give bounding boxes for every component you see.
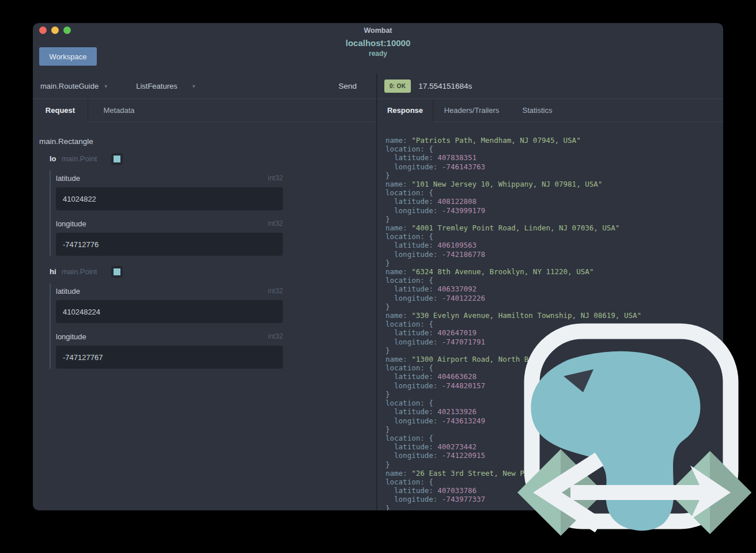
response-panel: 0: OK 17.554151684s Response Headers/Tra… [377, 74, 723, 510]
response-line: longitude: -742186778 [385, 250, 723, 259]
checkbox-lo[interactable] [111, 153, 123, 165]
duration-label: 17.554151684s [418, 82, 472, 90]
traffic-lights [39, 26, 71, 34]
service-row: main.RouteGuide ▾ ListFeatures ▾ Send [33, 74, 376, 99]
tabbar-filler [150, 99, 376, 122]
response-line: longitude: -746143763 [385, 162, 723, 171]
response-line: name: "4001 Tremley Point Road, Linden, … [385, 224, 723, 232]
response-line: location: { [385, 320, 723, 328]
indent-guide [50, 283, 51, 369]
response-line: } [385, 302, 723, 311]
response-line: location: { [385, 232, 723, 241]
response-line: name: "101 New Jersey 10, Whippany, NJ 0… [385, 180, 723, 188]
response-line: latitude: 404663628 [385, 372, 723, 381]
host-address: localhost:10000 [33, 38, 723, 48]
field-type: int32 [268, 332, 283, 341]
message-type-label: main.Rectangle [39, 137, 93, 146]
request-form: main.Rectangle lo main.Point latitude in… [33, 122, 376, 510]
lo-latitude-input[interactable] [56, 187, 283, 210]
checkbox-check-icon [114, 156, 120, 162]
response-line: latitude: 406109563 [385, 241, 723, 249]
group-name-lo: lo [50, 154, 56, 163]
connection-status: ready [33, 50, 723, 58]
app-window: Wombat Workspace localhost:10000 ready m… [33, 23, 723, 510]
response-line: } [385, 390, 723, 399]
response-line: latitude: 402133926 [385, 407, 723, 416]
close-button[interactable] [39, 26, 47, 34]
response-line: latitude: 408122808 [385, 197, 723, 206]
field-label: longitude [56, 219, 86, 228]
response-line: longitude: -744820157 [385, 381, 723, 390]
response-line: latitude: 406337092 [385, 285, 723, 293]
service-select[interactable]: main.RouteGuide ▾ [40, 82, 107, 90]
response-line: longitude: -743999179 [385, 206, 723, 215]
field-label: latitude [56, 174, 80, 183]
field-label-row: latitude int32 [56, 174, 283, 183]
field-label-row: longitude int32 [56, 219, 283, 228]
request-panel: main.RouteGuide ▾ ListFeatures ▾ Send Re… [33, 74, 377, 510]
response-line: location: { [385, 434, 723, 442]
field-label: latitude [56, 287, 80, 296]
response-output[interactable]: name: "Patriots Path, Mendham, NJ 07945,… [377, 122, 723, 510]
group-type-hi: main.Point [62, 267, 97, 276]
field-type: int32 [268, 287, 283, 296]
response-line: } [385, 460, 723, 469]
response-line: } [385, 346, 723, 355]
response-line: name: "Patriots Path, Mendham, NJ 07945,… [385, 136, 723, 145]
service-select-label: main.RouteGuide [40, 82, 99, 90]
response-line: latitude: 407033786 [385, 486, 723, 495]
response-line: location: { [385, 145, 723, 153]
response-line: longitude: -743613249 [385, 416, 723, 425]
response-line: latitude: 407838351 [385, 153, 723, 162]
response-line: location: { [385, 188, 723, 197]
field-label: longitude [56, 332, 86, 341]
indent-guide [50, 171, 51, 256]
hi-longitude-input[interactable] [56, 346, 283, 369]
field-type: int32 [268, 219, 283, 228]
method-select[interactable]: ListFeatures ▾ [136, 82, 195, 90]
response-line: location: { [385, 276, 723, 285]
hi-latitude-input[interactable] [56, 300, 283, 323]
tab-request[interactable]: Request [33, 99, 88, 122]
response-line: location: { [385, 363, 723, 372]
zoom-button[interactable] [63, 26, 71, 34]
response-line: } [385, 504, 723, 510]
response-line: } [385, 259, 723, 267]
tab-metadata[interactable]: Metadata [88, 99, 150, 122]
tab-statistics[interactable]: Statistics [510, 99, 565, 122]
method-select-label: ListFeatures [136, 82, 177, 90]
response-line: name: "6324 8th Avenue, Brooklyn, NY 112… [385, 267, 723, 276]
group-name-hi: hi [50, 267, 56, 276]
group-type-lo: main.Point [62, 154, 97, 163]
request-tabs: Request Metadata [33, 99, 376, 122]
response-line: name: "26 East 3rd Street, New Providenc… [385, 469, 723, 478]
response-line: } [385, 425, 723, 434]
screen: Wombat Workspace localhost:10000 ready m… [0, 0, 756, 553]
response-tabs: Response Headers/Trailers Statistics [377, 99, 723, 122]
chevron-down-icon: ▾ [192, 83, 195, 89]
checkbox-hi[interactable] [111, 266, 123, 278]
send-button[interactable]: Send [338, 82, 357, 90]
response-line: latitude: 402647019 [385, 328, 723, 337]
titlebar: Wombat [33, 23, 723, 37]
tabbar-filler [565, 99, 723, 122]
response-line: longitude: -747071791 [385, 338, 723, 346]
lo-longitude-input[interactable] [56, 233, 283, 256]
app-header: Workspace localhost:10000 ready [33, 37, 723, 74]
chevron-down-icon: ▾ [104, 83, 107, 89]
field-label-row: longitude int32 [56, 332, 283, 341]
response-status-row: 0: OK 17.554151684s [377, 74, 723, 99]
window-title: Wombat [33, 23, 723, 38]
main-split: main.RouteGuide ▾ ListFeatures ▾ Send Re… [33, 74, 723, 510]
response-line: longitude: -740122226 [385, 294, 723, 302]
field-type: int32 [268, 174, 283, 183]
response-line: } [385, 171, 723, 180]
checkbox-check-icon [114, 268, 120, 275]
response-line: latitude: 400273442 [385, 442, 723, 451]
response-line: name: "330 Evelyn Avenue, Hamilton Towns… [385, 311, 723, 320]
tab-headers-trailers[interactable]: Headers/Trailers [433, 99, 510, 122]
field-label-row: latitude int32 [56, 287, 283, 296]
minimize-button[interactable] [51, 26, 59, 34]
tab-response[interactable]: Response [377, 99, 433, 122]
response-line: location: { [385, 399, 723, 407]
